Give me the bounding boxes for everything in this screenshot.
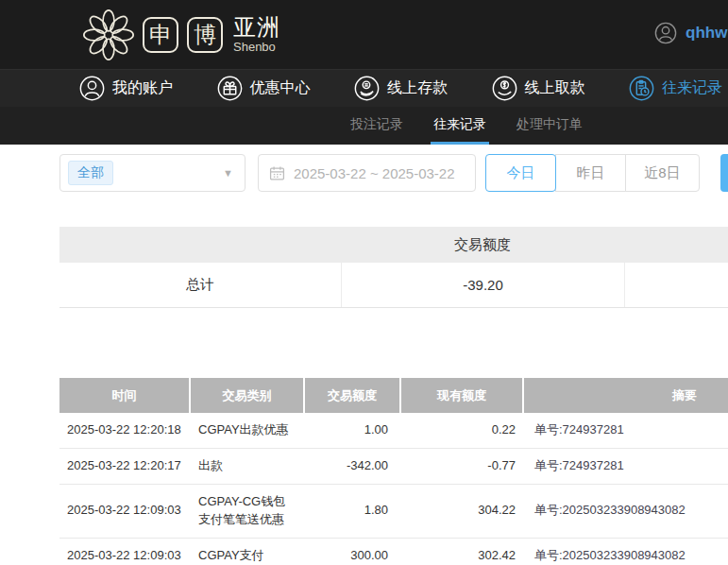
table-cell: 2025-03-22 12:20:18 [59,413,191,448]
nav-item-label: 线上存款 [387,78,448,98]
deposit-icon [354,76,380,101]
tab-processing-orders[interactable]: 处理中订单 [514,107,585,145]
table-cell: 300.00 [305,539,401,565]
date-range-input[interactable]: 2025-03-22 ~ 2025-03-22 [258,154,476,192]
table-cell: 单号:724937281 [524,449,728,484]
table-row: 2025-03-22 12:09:03CGPAY支付300.00302.42单号… [59,539,728,565]
user-avatar-icon [654,22,677,44]
user-account[interactable]: qhhw [654,22,727,44]
username-text: qhhw [686,24,727,43]
table-cell: 302.42 [401,539,524,565]
nav-item-label: 优惠中心 [250,78,311,98]
col-header-time: 时间 [59,378,191,413]
nav-item-online-withdraw[interactable]: 线上取款 [492,76,585,101]
summary-header-label: 交易额度 [341,236,624,254]
col-header-summary: 摘要 [524,378,728,413]
table-cell: 单号:202503233908943082 [524,539,728,565]
filter-row: 全部 ▼ 2025-03-22 ~ 2025-03-22 今日 昨日 近8日 [59,154,728,192]
date-range-value: 2025-03-22 ~ 2025-03-22 [294,165,455,181]
table-cell: CGPAY支付 [191,539,305,565]
table-cell: 0.22 [401,413,524,448]
table-body: 2025-03-22 12:20:18CGPAY出款优惠1.000.22单号:7… [59,413,728,565]
chevron-down-icon: ▼ [223,167,233,179]
table-cell: 2025-03-22 12:20:17 [59,449,191,484]
logo-region-text: 亚洲 [233,16,280,39]
nav-item-label: 往来记录 [662,78,722,98]
table-row: 2025-03-22 12:20:17出款-342.00-0.77单号:7249… [59,449,728,485]
nav-item-transaction-records[interactable]: 往来记录 [629,76,722,101]
sub-nav: 投注记录 往来记录 处理中订单 [0,107,728,145]
withdraw-icon [492,76,517,101]
quick-date-buttons: 今日 昨日 近8日 [485,154,700,192]
table-cell: 1.00 [305,413,401,448]
table-cell: CGPAY-CG钱包支付笔笔送优惠 [191,485,305,538]
col-header-amount: 交易额度 [305,378,401,413]
summary-total-value: -39.20 [341,263,624,307]
nav-item-label: 我的账户 [112,78,173,98]
table-cell: 2025-03-22 12:09:03 [59,493,191,528]
site-logo[interactable]: 申 博 亚洲 Shenbo [83,9,280,60]
calendar-icon [269,165,285,181]
table-cell: 304.22 [401,493,524,528]
summary-empty-cell [624,263,728,307]
table-cell: 单号:202503233908943082 [524,493,728,528]
summary-total-label: 总计 [59,263,341,307]
logo-char-box: 博 [187,17,223,53]
nav-item-online-deposit[interactable]: 线上存款 [354,76,448,101]
table-cell: -0.77 [401,449,524,484]
last-8-days-button[interactable]: 近8日 [625,154,700,192]
selected-type-tag[interactable]: 全部 [68,161,113,185]
table-cell: 出款 [191,449,305,484]
records-icon [629,76,654,101]
nav-item-promotions[interactable]: 优惠中心 [217,76,311,101]
summary-table: 交易额度 总计 -39.20 [59,227,728,308]
flower-logo-icon [83,9,134,60]
table-cell: CGPAY出款优惠 [191,413,305,448]
table-row: 2025-03-22 12:09:03CGPAY-CG钱包支付笔笔送优惠1.80… [59,485,728,539]
table-cell: 1.80 [305,493,401,528]
table-header-row: 时间 交易类别 交易额度 现有额度 摘要 [59,378,728,413]
top-bar: 申 博 亚洲 Shenbo qhhw [0,0,728,69]
yesterday-button[interactable]: 昨日 [555,154,626,192]
nav-item-my-account[interactable]: 我的账户 [79,76,173,101]
table-cell: 单号:724937281 [524,413,728,448]
logo-subtitle: Shenbo [233,41,280,53]
table-row: 2025-03-22 12:20:18CGPAY出款优惠1.000.22单号:7… [59,413,728,449]
main-nav: 我的账户 优惠中心 线上存款 [0,69,728,107]
logo-char-box: 申 [143,17,178,53]
user-icon [79,76,105,101]
summary-header-row: 交易额度 [59,227,728,263]
type-select[interactable]: 全部 ▼ [59,154,245,192]
summary-total-row: 总计 -39.20 [59,263,728,308]
today-button[interactable]: 今日 [485,154,556,192]
tab-transaction-records[interactable]: 往来记录 [431,107,489,145]
col-header-balance: 现有额度 [401,378,524,413]
col-header-type: 交易类别 [191,378,305,413]
search-button[interactable] [720,154,728,192]
transactions-table: 时间 交易类别 交易额度 现有额度 摘要 2025-03-22 12:20:18… [59,378,728,565]
tab-betting-records[interactable]: 投注记录 [347,107,406,145]
nav-item-label: 线上取款 [525,78,585,98]
table-cell: 2025-03-22 12:09:03 [59,539,191,565]
gift-icon [217,76,243,101]
table-cell: -342.00 [305,449,401,484]
